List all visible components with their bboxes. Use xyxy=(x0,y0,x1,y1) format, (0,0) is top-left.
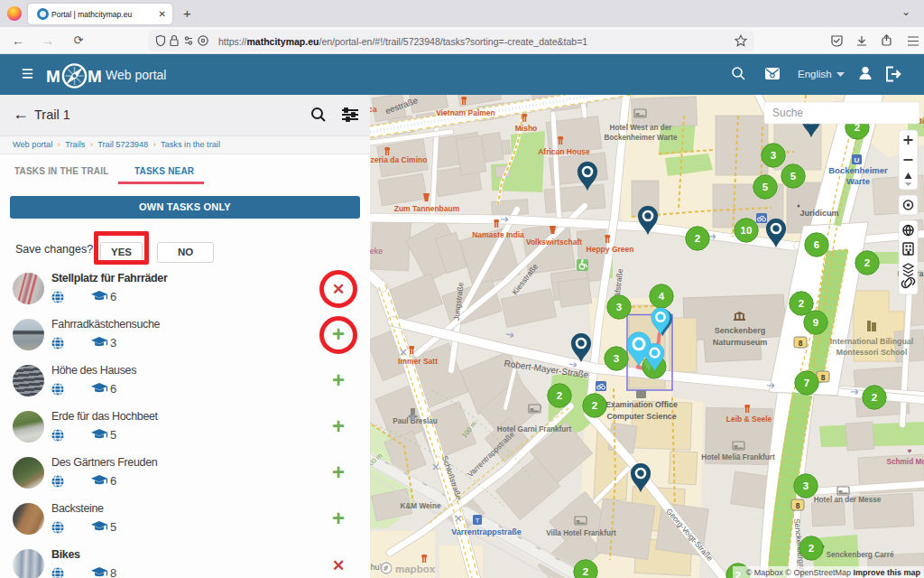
svg-text:10: 10 xyxy=(741,225,753,236)
svg-text:3: 3 xyxy=(616,302,622,312)
svg-text:2: 2 xyxy=(872,392,877,403)
svg-text:U: U xyxy=(855,156,860,164)
svg-text:Leib & Seele: Leib & Seele xyxy=(726,415,772,424)
svg-text:Montessori School: Montessori School xyxy=(836,348,908,357)
svg-text:Hotel Meliä Frankfurt: Hotel Meliä Frankfurt xyxy=(701,453,775,461)
svg-text:zeria da Cimino: zeria da Cimino xyxy=(371,155,428,164)
svg-text:5: 5 xyxy=(762,182,769,192)
svg-text:M: M xyxy=(88,67,102,86)
svg-text:Namaste India: Namaste India xyxy=(472,230,524,239)
svg-text:Villa Hotel Frankfurt: Villa Hotel Frankfurt xyxy=(546,529,616,537)
svg-text:Senckenberg: Senckenberg xyxy=(715,326,766,335)
svg-text:African House: African House xyxy=(538,147,590,156)
svg-text:2: 2 xyxy=(864,257,870,268)
svg-text:International Bilingual: International Bilingual xyxy=(830,337,913,346)
svg-text:3: 3 xyxy=(614,353,619,364)
svg-text:♥: ♥ xyxy=(908,447,912,455)
svg-text:Immer Satt: Immer Satt xyxy=(398,357,438,366)
svg-text:M: M xyxy=(46,67,60,86)
svg-text:Hotel an der Messe: Hotel an der Messe xyxy=(814,496,882,504)
svg-text:Bockenheimer Warte: Bockenheimer Warte xyxy=(604,134,678,142)
svg-text:Heppy Green: Heppy Green xyxy=(587,245,634,254)
svg-text:Vietnam Palmen: Vietnam Palmen xyxy=(436,108,495,117)
svg-text:2: 2 xyxy=(799,298,804,309)
svg-text:K&M Weine: K&M Weine xyxy=(401,502,441,510)
svg-text:mapbox: mapbox xyxy=(395,564,436,574)
svg-text:Senckenberg Carré: Senckenberg Carré xyxy=(826,551,894,559)
svg-text:Volkswirtschaft: Volkswirtschaft xyxy=(526,238,582,247)
svg-text:Suche: Suche xyxy=(772,107,803,119)
svg-text:eke: eke xyxy=(370,247,383,256)
svg-text:8: 8 xyxy=(796,501,800,510)
svg-text:9: 9 xyxy=(813,317,818,328)
svg-text:Computer Science: Computer Science xyxy=(606,412,676,421)
svg-text:Naturmuseum: Naturmuseum xyxy=(713,338,768,347)
svg-text:5: 5 xyxy=(790,171,797,182)
svg-text:Bockenheimer: Bockenheimer xyxy=(828,165,888,175)
svg-text:2: 2 xyxy=(695,233,700,244)
svg-text:English: English xyxy=(798,69,832,79)
svg-text:2: 2 xyxy=(557,390,562,401)
svg-text:8: 8 xyxy=(821,373,826,382)
svg-text:2: 2 xyxy=(583,566,588,577)
svg-text:2: 2 xyxy=(808,543,814,554)
svg-text:3: 3 xyxy=(771,150,776,161)
svg-text:Paul Breslau: Paul Breslau xyxy=(393,417,438,425)
svg-text:Juridicum: Juridicum xyxy=(799,209,838,218)
svg-text:6: 6 xyxy=(814,239,819,250)
svg-text:Hotel West an der: Hotel West an der xyxy=(609,124,672,132)
svg-text:8: 8 xyxy=(799,339,803,348)
svg-text:Examination Office: Examination Office xyxy=(605,400,678,409)
svg-text:2: 2 xyxy=(592,400,597,411)
svg-text:Varrentrappstraße: Varrentrappstraße xyxy=(451,527,522,536)
svg-text:7: 7 xyxy=(804,378,809,388)
svg-text:© Mapbox © OpenStreetMap Impro: © Mapbox © OpenStreetMap Improve this ma… xyxy=(746,568,921,577)
svg-text:Schmid Mor: Schmid Mor xyxy=(887,458,924,466)
svg-text:3: 3 xyxy=(803,480,808,491)
svg-text:Warte: Warte xyxy=(846,176,870,186)
svg-text:Misho: Misho xyxy=(515,124,538,133)
svg-text:4: 4 xyxy=(659,291,665,302)
svg-text:ca: ca xyxy=(370,105,377,114)
svg-text:T: T xyxy=(476,517,480,525)
svg-text:Zum Tannenbaum: Zum Tannenbaum xyxy=(394,204,460,213)
